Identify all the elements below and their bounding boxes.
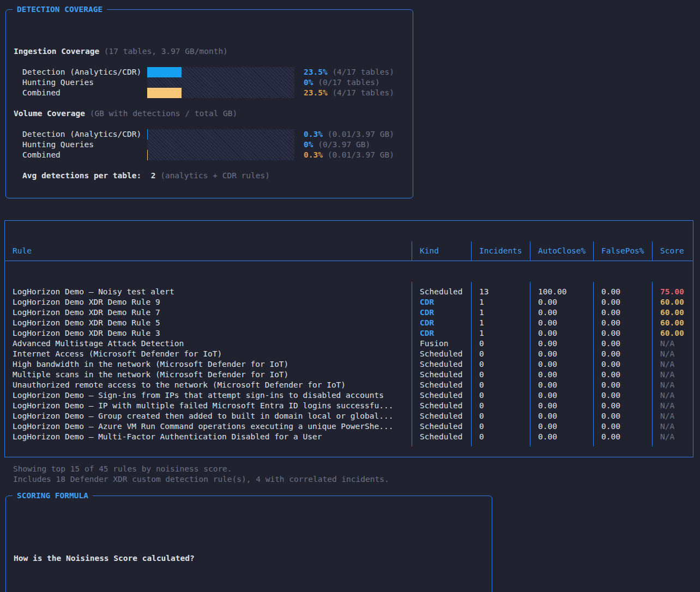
scoring-formula-body: How is the Noisiness Score calculated? S… [6,527,492,592]
coverage-row-note: (0/3.97 GB) [313,140,370,150]
table-row: LogHorizon Demo – IP with multiple faile… [5,401,693,411]
table-row: LogHorizon Demo XDR Demo Rule 5CDR10.000… [5,318,693,328]
section-note: (17 tables, 3.97 GB/month) [99,47,228,56]
progress-bar [147,67,294,77]
cell-incidents: 1 [471,297,530,307]
cell-score: 75.00 [652,282,693,297]
table-footer-line-1: Showing top 15 of 45 rules by noisiness … [13,464,696,474]
cell-falsepos: 0.00 [593,370,652,380]
cell-rule: Multiple scans in the network (Microsoft… [5,370,412,380]
cell-autoclose: 0.00 [530,421,593,432]
cell-score: 60.00 [652,318,693,328]
cell-kind: CDR [412,307,471,318]
table-row: Internet Access (Microsoft Defender for … [5,349,693,359]
cell-autoclose: 0.00 [530,318,593,328]
cell-rule: LogHorizon Demo XDR Demo Rule 3 [5,328,412,339]
cell-incidents: 0 [471,390,530,401]
cell-kind: Scheduled [412,282,471,297]
cell-incidents: 1 [471,318,530,328]
progress-bar-fill [147,88,182,98]
cell-incidents: 0 [471,432,530,446]
coverage-row-label: Detection (Analytics/CDR) [22,67,147,77]
table-row: LogHorizon Demo – Multi-Factor Authentic… [5,432,693,446]
progress-bar-fill [147,67,182,77]
spacer [14,98,405,108]
cell-falsepos: 0.00 [593,359,652,370]
cell-rule: Unauthorized remote access to the networ… [5,380,412,390]
coverage-row-value: 0% [304,77,313,88]
cell-rule: LogHorizon Demo – Noisy test alert [5,282,412,297]
column-header-score: Score [652,241,693,261]
progress-bar [147,129,294,140]
avg-note: (analytics + CDR rules) [155,171,270,180]
cell-incidents: 13 [471,282,530,297]
cell-falsepos: 0.00 [593,318,652,328]
spacer [14,160,405,171]
cell-autoclose: 0.00 [530,390,593,401]
cell-autoclose: 0.00 [530,432,593,446]
cell-kind: Scheduled [412,411,471,421]
detection-coverage-panel-title: DETECTION COVERAGE [13,4,107,15]
progress-bar [147,77,294,88]
cell-falsepos: 0.00 [593,297,652,307]
cell-autoclose: 0.00 [530,328,593,339]
cell-incidents: 1 [471,328,530,339]
cell-score: N/A [652,411,693,421]
terminal-screen: { "colors": { "background": "#20222f", "… [0,0,700,592]
coverage-row-value: 0.3% [304,129,323,140]
cell-falsepos: 0.00 [593,307,652,318]
cell-kind: Scheduled [412,421,471,432]
coverage-row-value: 23.5% [304,67,328,77]
coverage-row: Hunting Queries0% (0/17 tables) [22,77,405,88]
cell-score: 60.00 [652,297,693,307]
cell-falsepos: 0.00 [593,411,652,421]
cell-score: N/A [652,390,693,401]
cell-score: 60.00 [652,307,693,318]
cell-autoclose: 100.00 [530,282,593,297]
progress-bar-fill [147,129,148,140]
cell-score: N/A [652,370,693,380]
cell-incidents: 1 [471,307,530,318]
cell-kind: Scheduled [412,401,471,411]
cell-falsepos: 0.00 [593,432,652,446]
cell-score: N/A [652,359,693,370]
cell-falsepos: 0.00 [593,390,652,401]
scoring-formula-panel-title: SCORING FORMULA [13,491,93,501]
cell-falsepos: 0.00 [593,380,652,390]
cell-incidents: 0 [471,411,530,421]
table-row: Multiple scans in the network (Microsoft… [5,370,693,380]
detection-coverage-body: Ingestion Coverage (17 tables, 3.97 GB/m… [6,41,413,188]
cell-incidents: 0 [471,370,530,380]
cell-incidents: 0 [471,339,530,349]
column-header-autoclose: AutoClose% [530,241,593,261]
spacer [14,57,405,67]
table-row: LogHorizon Demo – Azure VM Run Command o… [5,421,693,432]
coverage-row-label: Combined [22,88,147,98]
table-row: LogHorizon Demo – Sign-ins from IPs that… [5,390,693,401]
coverage-row-note: (4/17 tables) [328,67,394,77]
coverage-row-value: 0% [304,140,313,150]
cell-autoclose: 0.00 [530,370,593,380]
cell-autoclose: 0.00 [530,339,593,349]
avg-value: 2 [141,171,155,180]
table-footer-line-2: Includes 18 Defender XDR custom detectio… [13,474,696,485]
cell-falsepos: 0.00 [593,339,652,349]
cell-incidents: 0 [471,421,530,432]
cell-autoclose: 0.00 [530,349,593,359]
cell-rule: Internet Access (Microsoft Defender for … [5,349,412,359]
coverage-row-note: (4/17 tables) [328,88,394,98]
column-header-falsepos: FalsePos% [593,241,652,261]
cell-score: N/A [652,349,693,359]
cell-kind: Scheduled [412,380,471,390]
coverage-section-heading: Volume Coverage (GB with detections / to… [14,108,405,119]
cell-falsepos: 0.00 [593,328,652,339]
cell-rule: LogHorizon Demo XDR Demo Rule 9 [5,297,412,307]
progress-bar [147,140,294,150]
table-row: LogHorizon Demo XDR Demo Rule 7CDR10.000… [5,307,693,318]
avg-label: Avg detections per table: [22,171,141,180]
coverage-row-label: Hunting Queries [22,77,147,88]
column-header-kind: Kind [412,241,471,261]
coverage-row-note: (0.01/3.97 GB) [323,129,394,140]
coverage-row-label: Combined [22,150,147,160]
rules-table: RuleKindIncidentsAutoClose%FalsePos%Scor… [4,220,693,457]
